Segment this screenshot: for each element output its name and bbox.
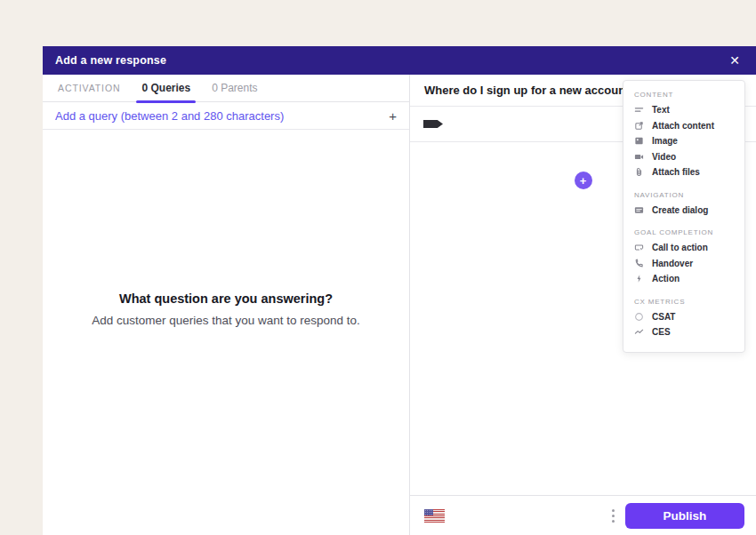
section-label: GOAL COMPLETION	[634, 228, 734, 236]
more-options-icon[interactable]	[612, 509, 615, 523]
menu-section-goal-completion: GOAL COMPLETION Call to action Handover …	[634, 228, 734, 287]
menu-section-content: CONTENT Text Attach content Image Video …	[634, 91, 734, 180]
empty-state-title: What question are you answering?	[43, 291, 409, 306]
menu-item-label: Action	[652, 274, 680, 283]
ces-icon	[634, 327, 644, 337]
menu-item-ces[interactable]: CES	[634, 324, 734, 340]
queries-empty-state: What question are you answering? Add cus…	[43, 291, 409, 327]
menu-item-attach-content[interactable]: Attach content	[634, 118, 734, 134]
text-icon	[634, 105, 644, 115]
attach-content-icon	[634, 121, 644, 131]
menu-item-label: Attach files	[652, 167, 700, 177]
tab-activation[interactable]: ACTIVATION	[55, 75, 123, 101]
menu-item-label: Text	[652, 105, 670, 115]
csat-icon	[634, 312, 644, 322]
menu-item-image[interactable]: Image	[634, 133, 734, 149]
section-label: NAVIGATION	[634, 191, 734, 199]
menu-item-attach-files[interactable]: Attach files	[634, 164, 734, 180]
page-background: { "colors": { "header_bg": "#2e1f87", "p…	[0, 0, 756, 535]
block-type-menu: CONTENT Text Attach content Image Video …	[623, 80, 745, 353]
menu-item-label: Attach content	[652, 121, 714, 131]
menu-item-label: Create dialog	[652, 205, 708, 215]
menu-section-navigation: NAVIGATION Create dialog	[634, 191, 734, 219]
tab-queries[interactable]: 0 Queries	[139, 75, 193, 101]
attach-files-icon	[634, 167, 644, 177]
action-icon	[634, 274, 644, 283]
add-query-row: Add a query (between 2 and 280 character…	[43, 102, 409, 130]
add-block-button[interactable]: +	[575, 172, 592, 189]
menu-item-label: Call to action	[652, 243, 708, 252]
menu-item-text[interactable]: Text	[634, 102, 734, 118]
editor-footer: Publish	[410, 495, 756, 535]
queries-panel: ACTIVATION 0 Queries 0 Parents Add a que…	[43, 75, 410, 535]
section-label: CX METRICS	[634, 298, 734, 306]
add-query-plus-icon[interactable]: +	[389, 109, 397, 123]
empty-state-subtitle: Add customer queries that you want to re…	[43, 314, 409, 327]
add-query-link[interactable]: Add a query (between 2 and 280 character…	[55, 109, 284, 123]
handover-icon	[634, 259, 644, 268]
modal-header: Add a new response ✕	[43, 46, 756, 75]
message-block[interactable]	[423, 120, 443, 128]
menu-item-call-to-action[interactable]: Call to action	[634, 240, 734, 256]
tab-bar: ACTIVATION 0 Queries 0 Parents	[43, 75, 409, 102]
video-icon	[634, 152, 644, 162]
menu-item-handover[interactable]: Handover	[634, 256, 734, 272]
close-icon[interactable]: ✕	[729, 54, 740, 67]
menu-item-label: Video	[652, 152, 676, 162]
tab-parents[interactable]: 0 Parents	[209, 75, 260, 101]
modal-title: Add a new response	[55, 54, 166, 67]
menu-section-cx-metrics: CX METRICS CSAT CES	[634, 298, 734, 340]
menu-item-label: CSAT	[652, 312, 675, 322]
image-icon	[634, 136, 644, 146]
question-title: Where do I sign up for a new account?	[424, 84, 636, 97]
create-dialog-icon	[634, 205, 644, 215]
menu-item-label: Handover	[652, 259, 693, 268]
menu-item-create-dialog[interactable]: Create dialog	[634, 203, 734, 219]
publish-button[interactable]: Publish	[625, 503, 744, 529]
section-label: CONTENT	[634, 91, 734, 99]
call-to-action-icon	[634, 243, 644, 252]
menu-item-video[interactable]: Video	[634, 149, 734, 165]
menu-item-label: CES	[652, 327, 671, 337]
us-flag-icon[interactable]	[424, 509, 445, 523]
menu-item-label: Image	[652, 136, 678, 146]
menu-item-csat[interactable]: CSAT	[634, 309, 734, 325]
menu-item-action[interactable]: Action	[634, 271, 734, 287]
